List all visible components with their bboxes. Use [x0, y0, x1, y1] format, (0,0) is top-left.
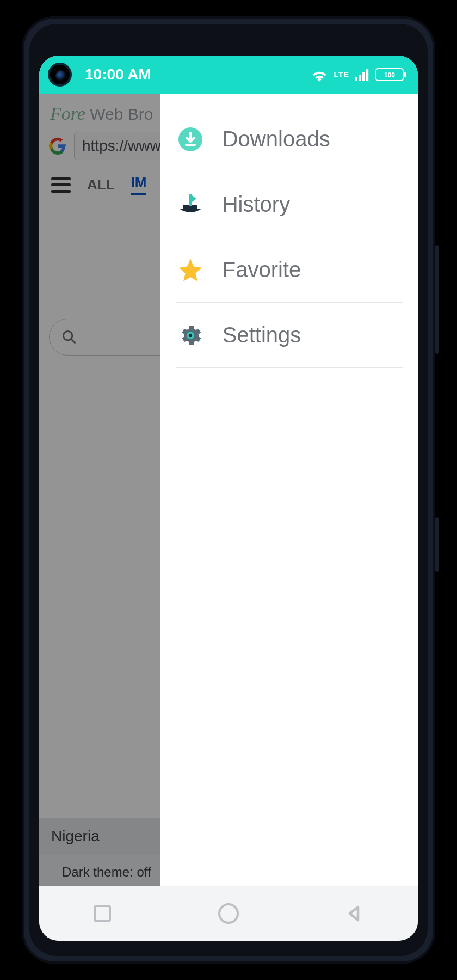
- drawer-label: Downloads: [223, 127, 330, 151]
- phone-frame: 10:00 AM LTE 100 Fore Web Bro: [22, 16, 435, 964]
- svg-rect-9: [185, 144, 196, 146]
- drawer-item-downloads[interactable]: Downloads: [176, 107, 403, 172]
- svg-point-12: [189, 333, 192, 336]
- side-drawer: Downloads History Favorite: [160, 94, 418, 886]
- battery-icon: 100: [375, 68, 407, 82]
- svg-rect-5: [404, 72, 406, 77]
- svg-rect-1: [359, 75, 361, 81]
- star-icon: [176, 255, 205, 285]
- drawer-item-history[interactable]: History: [176, 172, 403, 237]
- drawer-label: Favorite: [223, 258, 301, 282]
- download-icon: [176, 125, 205, 154]
- nav-home-button[interactable]: [216, 901, 241, 926]
- svg-rect-0: [355, 77, 357, 81]
- nav-back-button[interactable]: [342, 901, 367, 926]
- history-boat-icon: [176, 190, 205, 219]
- drawer-label: History: [223, 192, 290, 217]
- screen: 10:00 AM LTE 100 Fore Web Bro: [39, 56, 418, 941]
- svg-rect-2: [362, 72, 365, 81]
- gear-icon: [176, 321, 205, 350]
- svg-rect-10: [189, 194, 192, 206]
- camera-hole: [48, 63, 72, 87]
- side-button-power: [435, 517, 439, 572]
- drawer-item-favorite[interactable]: Favorite: [176, 237, 403, 303]
- phone-inner: 10:00 AM LTE 100 Fore Web Bro: [29, 24, 428, 956]
- system-navbar: [39, 886, 418, 941]
- svg-rect-3: [366, 69, 368, 81]
- network-label: LTE: [334, 70, 349, 79]
- viewport: Fore Web Bro https://www.g ALL IM: [39, 94, 418, 886]
- nav-overview-button[interactable]: [90, 901, 115, 926]
- status-time: 10:00 AM: [85, 66, 151, 83]
- side-button-volume: [435, 245, 439, 354]
- status-bar: 10:00 AM LTE 100: [39, 56, 418, 94]
- status-right: LTE 100: [310, 68, 407, 82]
- wifi-icon: [310, 68, 329, 82]
- battery-text: 100: [384, 71, 395, 79]
- drawer-item-settings[interactable]: Settings: [176, 303, 403, 368]
- signal-icon: [355, 68, 370, 81]
- drawer-label: Settings: [223, 323, 301, 347]
